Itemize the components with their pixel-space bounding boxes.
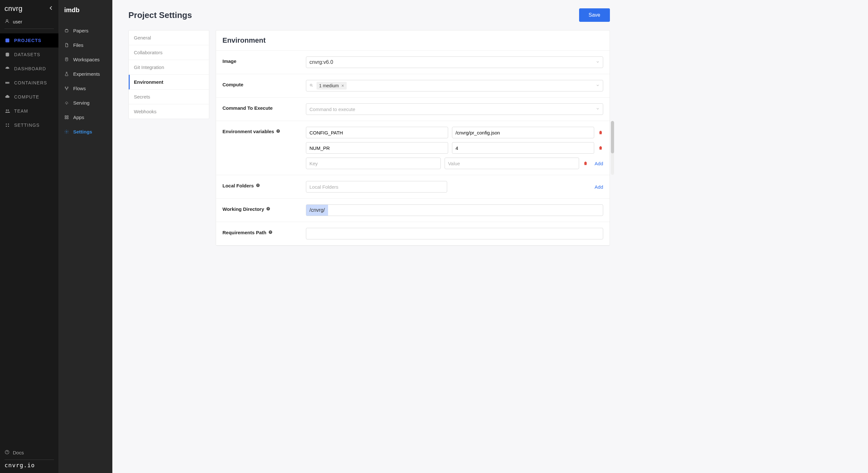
workspaces-icon — [64, 57, 69, 62]
user-icon — [4, 19, 10, 25]
tab-git[interactable]: Git Integration — [129, 60, 209, 75]
dashboard-icon — [4, 66, 10, 71]
tab-environment[interactable]: Environment — [129, 75, 209, 90]
nav2-flows[interactable]: Flows — [58, 81, 112, 96]
scrollbar[interactable] — [611, 121, 614, 175]
tab-webhooks[interactable]: Webhooks — [129, 104, 209, 119]
user-name: user — [13, 19, 22, 24]
divider — [4, 29, 54, 29]
divider — [4, 460, 54, 460]
nav2-files[interactable]: Files — [58, 38, 112, 52]
svg-point-26 — [310, 84, 312, 86]
command-input[interactable] — [309, 104, 600, 115]
req-path-input[interactable] — [309, 228, 600, 239]
papers-icon — [64, 28, 69, 33]
search-icon — [309, 83, 313, 89]
nav-settings[interactable]: SETTINGS — [0, 118, 58, 132]
tab-collaborators[interactable]: Collaborators — [129, 45, 209, 60]
delete-icon[interactable] — [598, 145, 603, 151]
svg-point-18 — [67, 87, 68, 88]
settings-icon — [4, 123, 10, 128]
caret-down-icon — [596, 59, 600, 65]
scrollbar-thumb[interactable] — [611, 121, 614, 153]
svg-point-9 — [6, 124, 7, 125]
nav2-papers[interactable]: Papers — [58, 24, 112, 38]
nav-containers[interactable]: CONTAINERS — [0, 76, 58, 90]
user-row[interactable]: user — [0, 15, 58, 29]
nav-projects-label: PROJECTS — [14, 38, 41, 43]
tab-general[interactable]: General — [129, 30, 209, 45]
nav2-serving[interactable]: Serving — [58, 96, 112, 110]
envvars-label: Environment variables — [222, 129, 274, 134]
nav2-apps[interactable]: Apps — [58, 110, 112, 125]
nav2-experiments[interactable]: Experiments — [58, 67, 112, 81]
svg-point-10 — [8, 124, 9, 125]
nav-dashboard[interactable]: DASHBOARD — [0, 62, 58, 76]
chip-remove-icon[interactable]: × — [341, 83, 344, 88]
help-icon — [4, 449, 10, 456]
nav-projects[interactable]: PROJECTS — [0, 33, 58, 48]
svg-rect-22 — [67, 116, 68, 117]
nav-datasets-label: DATASETS — [14, 52, 40, 57]
containers-icon — [4, 80, 10, 85]
help-icon[interactable]: ? — [266, 206, 270, 212]
help-icon[interactable]: ? — [276, 129, 280, 134]
svg-point-3 — [7, 68, 8, 69]
nav-datasets[interactable]: DATASETS — [0, 48, 58, 62]
nav2-workspaces[interactable]: Workspaces — [58, 52, 112, 67]
working-dir-input-wrap[interactable]: /cnvrg/ — [306, 204, 603, 216]
serving-icon — [64, 100, 69, 105]
envvar-value-input[interactable] — [456, 143, 591, 153]
delete-icon[interactable] — [583, 161, 588, 166]
chevron-down-icon — [596, 83, 600, 89]
image-select[interactable]: cnvrg:v6.0 — [306, 57, 603, 68]
panel-title: Environment — [216, 30, 610, 51]
nav-settings-label: SETTINGS — [14, 123, 40, 128]
req-path-label: Requirements Path — [222, 230, 267, 235]
nav2-files-label: Files — [73, 42, 84, 48]
nav2-settings[interactable]: Settings — [58, 125, 112, 139]
compute-chip: 1 medium × — [316, 82, 347, 90]
delete-icon[interactable] — [598, 130, 603, 135]
compute-select[interactable]: 1 medium × — [306, 80, 603, 91]
svg-rect-6 — [8, 82, 9, 84]
svg-point-17 — [65, 87, 66, 88]
team-icon — [4, 108, 10, 114]
svg-point-8 — [8, 109, 9, 111]
envvar-key-input[interactable] — [309, 143, 444, 153]
svg-point-11 — [6, 126, 7, 127]
nav-compute-label: COMPUTE — [14, 94, 39, 99]
docs-link[interactable]: Docs — [0, 446, 58, 460]
svg-rect-23 — [65, 118, 66, 119]
nav2-apps-label: Apps — [73, 115, 84, 120]
files-icon — [64, 43, 69, 48]
svg-point-20 — [66, 103, 67, 104]
projects-icon — [4, 38, 10, 43]
nav-team[interactable]: TEAM — [0, 104, 58, 118]
nav-team-label: TEAM — [14, 108, 28, 114]
svg-rect-21 — [65, 116, 66, 117]
command-input-wrap[interactable] — [306, 103, 603, 115]
envvar-value-input[interactable] — [456, 127, 591, 138]
envvar-value-input[interactable] — [448, 158, 576, 169]
save-button[interactable]: Save — [579, 8, 610, 22]
nav-compute[interactable]: COMPUTE — [0, 90, 58, 104]
working-dir-input[interactable] — [328, 205, 603, 216]
help-icon[interactable]: ? — [268, 230, 273, 235]
envvar-key-input[interactable] — [309, 158, 437, 169]
envvar-key-input[interactable] — [309, 127, 444, 138]
envvar-row — [306, 127, 603, 138]
gear-icon — [64, 129, 69, 134]
image-label: Image — [222, 57, 300, 64]
datasets-icon — [4, 52, 10, 57]
local-folders-input[interactable] — [309, 182, 444, 192]
compute-chip-label: 1 medium — [319, 83, 339, 88]
svg-text:?: ? — [257, 184, 258, 186]
tab-secrets[interactable]: Secrets — [129, 90, 209, 104]
svg-rect-1 — [5, 38, 9, 42]
add-local-folder-link[interactable]: Add — [594, 184, 603, 190]
svg-text:?: ? — [270, 231, 271, 233]
add-envvar-link[interactable]: Add — [594, 161, 603, 166]
collapse-sidebar-icon[interactable] — [48, 5, 54, 12]
help-icon[interactable]: ? — [256, 183, 260, 188]
